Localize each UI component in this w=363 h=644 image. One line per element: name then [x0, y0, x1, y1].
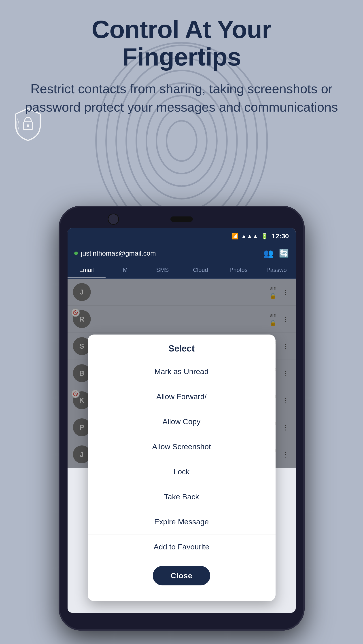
refresh-icon[interactable]: 🔄	[279, 249, 289, 258]
modal-title: Select	[88, 344, 276, 359]
modal-close-button[interactable]: Close	[153, 566, 210, 586]
online-indicator	[74, 252, 78, 255]
tabs-bar: Email IM SMS Cloud Photos Passwo	[68, 262, 296, 278]
signal-icon: ▲▲▲	[241, 233, 258, 240]
contact-email-row: justinthomas@gmail.com	[74, 250, 156, 257]
contact-header: justinthomas@gmail.com 👥 🔄	[68, 244, 296, 262]
phone-screen: 📶 ▲▲▲ 🔋 12:30 justinthomas@gmail.com 👥 🔄	[68, 228, 296, 613]
wifi-icon: 📶	[231, 233, 238, 240]
svg-point-1	[156, 108, 207, 174]
phone-device: 📶 ▲▲▲ 🔋 12:30 justinthomas@gmail.com 👥 🔄	[58, 206, 304, 630]
modal-item-allow-forward[interactable]: Allow Forward/	[88, 384, 276, 409]
contact-email-text: justinthomas@gmail.com	[81, 250, 156, 257]
tab-im[interactable]: IM	[106, 262, 144, 278]
group-icon[interactable]: 👥	[264, 249, 274, 258]
status-time: 12:30	[272, 232, 289, 240]
modal-item-add-favourite[interactable]: Add to Favourite	[88, 534, 276, 559]
header-section: Control At Your Fingertips Restrict cont…	[0, 16, 363, 116]
modal-item-allow-copy[interactable]: Allow Copy	[88, 409, 276, 434]
message-list: J am 🔒 ⋮ R 🚫 am	[68, 278, 296, 468]
tab-email[interactable]: Email	[68, 262, 106, 278]
phone-body: 📶 ▲▲▲ 🔋 12:30 justinthomas@gmail.com 👥 🔄	[58, 206, 304, 630]
modal-overlay: Select Mark as Unread Allow Forward/ All…	[68, 278, 296, 468]
phone-speaker	[170, 216, 193, 222]
subtitle: Restrict contacts from sharing, taking s…	[18, 80, 345, 116]
modal-item-mark-unread[interactable]: Mark as Unread	[88, 359, 276, 384]
header-action-icons: 👥 🔄	[264, 249, 289, 258]
tab-cloud[interactable]: Cloud	[182, 262, 220, 278]
svg-point-0	[166, 121, 196, 161]
select-modal: Select Mark as Unread Allow Forward/ All…	[88, 334, 276, 601]
tab-sms[interactable]: SMS	[144, 262, 182, 278]
status-icons: 📶 ▲▲▲ 🔋	[231, 233, 268, 240]
svg-point-9	[26, 124, 29, 127]
modal-item-take-back[interactable]: Take Back	[88, 484, 276, 509]
tab-password[interactable]: Passwo	[258, 262, 296, 278]
battery-icon: 🔋	[261, 233, 268, 240]
modal-item-lock[interactable]: Lock	[88, 459, 276, 484]
main-title: Control At Your Fingertips	[18, 16, 345, 71]
modal-item-allow-screenshot[interactable]: Allow Screenshot	[88, 434, 276, 459]
phone-camera	[108, 214, 119, 225]
modal-item-expire-message[interactable]: Expire Message	[88, 509, 276, 534]
status-bar: 📶 ▲▲▲ 🔋 12:30	[68, 228, 296, 244]
tab-photos[interactable]: Photos	[220, 262, 258, 278]
